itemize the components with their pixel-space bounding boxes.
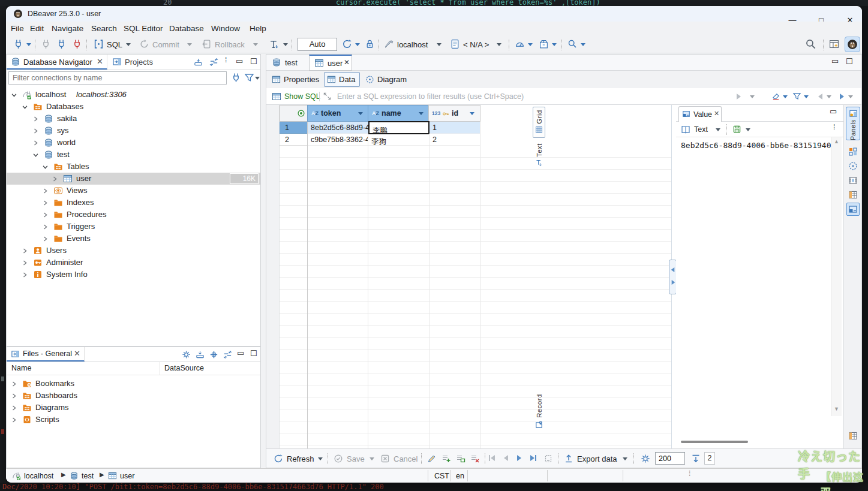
chevron-right-icon[interactable] xyxy=(43,224,48,230)
nav-forward-dropdown[interactable] xyxy=(848,95,853,98)
files-settings-icon[interactable] xyxy=(182,350,191,359)
value-scrollbar[interactable]: ▲ ▼ xyxy=(831,137,842,416)
value-tab-close-icon[interactable]: ✕ xyxy=(714,110,719,118)
connection-dropdown[interactable] xyxy=(437,43,441,46)
status-menu-dots-icon[interactable]: ⁞ xyxy=(689,469,690,478)
result-settings-gear-icon[interactable] xyxy=(641,454,650,463)
disconnect-icon[interactable] xyxy=(72,39,82,49)
filter-funnel-icon[interactable] xyxy=(244,73,254,83)
panel-metadata-icon[interactable] xyxy=(848,147,858,156)
status-language[interactable]: en xyxy=(456,472,464,480)
sql-editor-button[interactable]: SQL xyxy=(107,40,122,49)
save-dropdown[interactable] xyxy=(370,457,374,460)
last-row-icon[interactable] xyxy=(530,455,534,461)
tab-data[interactable]: Data xyxy=(324,72,360,87)
tree-item-tables[interactable]: Tables xyxy=(7,161,260,173)
cell-name-1-focused[interactable]: 李鹏 xyxy=(368,121,430,134)
files-item-dashboards[interactable]: Dashboards xyxy=(7,390,260,402)
tab-database-navigator[interactable]: Database Navigator ✕ xyxy=(7,55,107,70)
first-row-icon[interactable] xyxy=(491,455,495,461)
schema-dropdown[interactable] xyxy=(497,43,501,46)
chevron-right-icon[interactable] xyxy=(43,236,48,242)
scroll-down-icon[interactable]: ▼ xyxy=(834,406,839,412)
refresh-button[interactable]: Refresh xyxy=(287,454,314,463)
connect-icon[interactable] xyxy=(41,39,51,49)
navigator-minimize-icon[interactable]: ▭ xyxy=(236,56,243,65)
cancel-button[interactable]: Cancel xyxy=(394,454,418,463)
files-link-icon[interactable] xyxy=(223,350,232,359)
files-maximize-icon[interactable]: ☐ xyxy=(250,349,257,358)
chevron-right-icon[interactable] xyxy=(33,128,38,134)
chevron-right-icon[interactable] xyxy=(22,260,28,266)
active-connection-combo[interactable]: localhost xyxy=(397,40,428,49)
global-search-icon[interactable] xyxy=(805,38,816,50)
tab-properties[interactable]: Properties xyxy=(270,73,322,87)
tab-test[interactable]: test xyxy=(266,55,308,71)
tree-item-views[interactable]: Views xyxy=(7,185,260,197)
panels-toggle-button[interactable]: Panels xyxy=(846,107,860,140)
expand-filter-icon[interactable] xyxy=(323,92,332,101)
editor-minimize-icon[interactable]: ▭ xyxy=(831,56,839,65)
chevron-down-icon[interactable] xyxy=(22,104,28,110)
menu-navigate[interactable]: Navigate xyxy=(49,22,86,36)
files-minimize-icon[interactable]: ▭ xyxy=(237,348,244,357)
editor-maximize-icon[interactable]: ☐ xyxy=(846,57,853,66)
tab-files-general[interactable]: Files - General ✕ xyxy=(7,347,85,362)
tree-item-system-info[interactable]: System Info xyxy=(7,269,260,281)
lock-icon[interactable] xyxy=(365,39,375,49)
tree-item-events[interactable]: Events xyxy=(7,233,260,245)
column-header-token[interactable]: AZ token xyxy=(307,105,368,122)
chevron-down-icon[interactable] xyxy=(33,152,38,158)
chevron-right-icon[interactable] xyxy=(11,405,17,411)
tree-item-users[interactable]: Users xyxy=(7,245,260,257)
edit-cell-icon[interactable] xyxy=(427,454,437,463)
chevron-right-icon[interactable] xyxy=(11,417,17,423)
menu-help[interactable]: Help xyxy=(247,22,269,36)
new-connection-dropdown[interactable] xyxy=(26,43,31,46)
panel-value-toggle[interactable] xyxy=(846,203,860,216)
user-tab-close-icon[interactable]: ✕ xyxy=(344,58,350,67)
value-hscrollbar-thumb[interactable] xyxy=(681,441,748,443)
tree-item-test[interactable]: test xyxy=(7,149,260,161)
next-row-icon[interactable] xyxy=(517,455,521,461)
refresh-icon[interactable] xyxy=(274,454,283,463)
files-new-icon[interactable] xyxy=(209,350,218,359)
chevron-down-icon[interactable] xyxy=(43,164,48,170)
value-save-icon[interactable] xyxy=(732,125,741,134)
collapse-all-icon[interactable] xyxy=(194,58,203,67)
value-content[interactable]: 8eb2d5c6-88d9-4006-bb6e-83151940 xyxy=(681,141,831,152)
add-row-icon[interactable] xyxy=(441,454,451,463)
nav-back-icon[interactable] xyxy=(818,94,822,100)
quick-search-icon[interactable] xyxy=(567,39,577,49)
dashboard-icon[interactable] xyxy=(515,39,525,49)
menu-search[interactable]: Search xyxy=(89,22,119,36)
tab-value[interactable]: Value ✕ xyxy=(678,106,722,122)
tree-item-administer[interactable]: Administer xyxy=(7,257,260,269)
tab-projects[interactable]: Projects xyxy=(108,55,162,70)
apply-filter-icon[interactable] xyxy=(737,94,741,100)
tree-item-indexes[interactable]: Indexes xyxy=(7,197,260,209)
menu-database[interactable]: Database xyxy=(167,22,206,36)
chevron-right-icon[interactable] xyxy=(11,381,17,387)
chevron-right-icon[interactable] xyxy=(43,200,48,206)
commit-icon[interactable] xyxy=(139,39,149,49)
cell-id-1[interactable]: 1 xyxy=(430,122,480,134)
erase-filter-icon[interactable] xyxy=(771,92,780,101)
sql-editor-icon[interactable] xyxy=(94,39,104,49)
delete-row-icon[interactable] xyxy=(470,454,480,463)
panel-calc-icon[interactable] xyxy=(848,190,858,200)
files-collapse-icon[interactable] xyxy=(196,350,205,359)
files-tab-close-icon[interactable]: ✕ xyxy=(74,349,80,358)
tree-item-localhost[interactable]: localhost localhost:3306 xyxy=(7,89,260,101)
menu-file[interactable]: File xyxy=(8,22,26,36)
column-header-id[interactable]: 123 id xyxy=(428,105,480,122)
rollback-icon[interactable] xyxy=(202,39,212,49)
column-header-name[interactable]: AZ name xyxy=(368,105,429,122)
cell-token-1[interactable]: 8eb2d5c6-88d9-40 xyxy=(308,122,368,134)
account-avatar[interactable] xyxy=(845,37,860,52)
status-table[interactable]: user xyxy=(120,472,134,480)
grid-corner-cell[interactable] xyxy=(280,105,308,122)
active-schema-combo[interactable]: < N/A > xyxy=(463,40,489,49)
chevron-right-icon[interactable] xyxy=(43,212,48,218)
navigator-maximize-icon[interactable]: ☐ xyxy=(250,57,257,66)
